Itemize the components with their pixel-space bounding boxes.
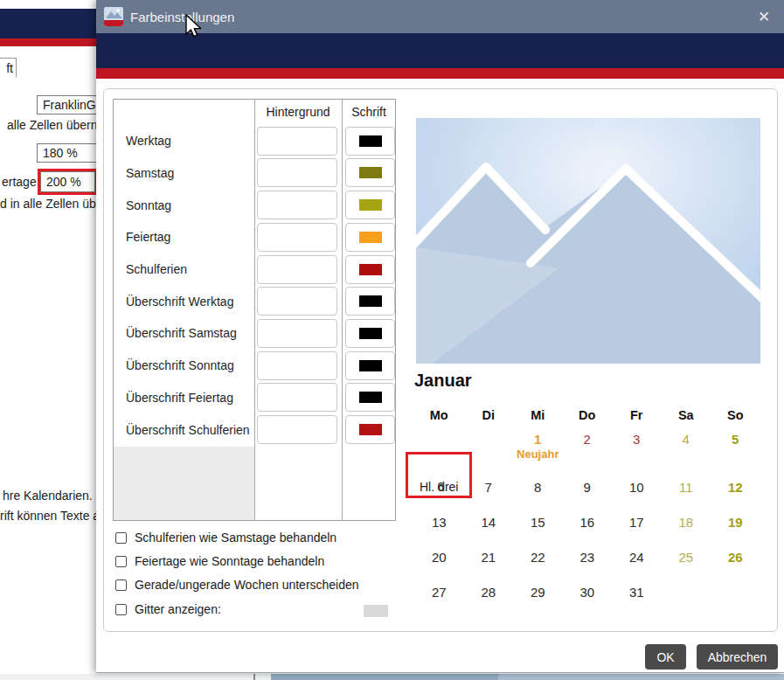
day-number: 5	[732, 432, 739, 447]
day-number: 15	[531, 515, 545, 530]
table-row: Sonntag	[114, 189, 395, 221]
calendar-day-cell: 9	[563, 469, 613, 504]
color-swatch	[359, 328, 382, 339]
tab-label: ft	[6, 61, 13, 75]
calendar-day-cell: 28	[464, 574, 514, 609]
calendar-day-cell: 2	[563, 429, 613, 469]
row-label: Überschrift Werktag	[126, 295, 233, 309]
day-number: 16	[579, 515, 594, 530]
background-color-button[interactable]	[257, 127, 337, 156]
font-color-button[interactable]	[345, 158, 395, 187]
calendar-week: 13 14 15 16 17 18 19	[414, 504, 764, 539]
screen: ft FranklinGo alle Zellen überno 180 % e…	[0, 0, 784, 680]
background-color-button[interactable]	[257, 158, 337, 187]
weekday-label: Sa	[662, 408, 711, 429]
checkbox-feiertage[interactable]	[115, 556, 127, 567]
color-swatch	[359, 392, 382, 403]
background-color-button[interactable]	[257, 255, 337, 284]
checkbox-wochen[interactable]	[115, 579, 127, 591]
cancel-button[interactable]: Abbrechen	[697, 644, 778, 670]
dialog-titlebar: Farbeinstellungen ✕	[96, 0, 784, 33]
background-color-button[interactable]	[257, 287, 337, 316]
app-icon-band	[104, 20, 123, 26]
row-label: Überschrift Sonntag	[126, 358, 234, 372]
calendar-day-cell: 11	[662, 469, 711, 504]
table-row: Werktag	[114, 125, 395, 157]
day-number: 24	[629, 550, 644, 565]
calendar-day-cell	[662, 574, 711, 609]
zoom-200-input[interactable]: 200 %	[40, 171, 95, 192]
font-color-button[interactable]	[345, 351, 395, 380]
background-color-button[interactable]	[257, 351, 337, 380]
ok-button[interactable]: OK	[645, 644, 686, 670]
day-number: 12	[728, 480, 743, 495]
table-row: Überschrift Feiertag	[114, 382, 395, 414]
background-color-button[interactable]	[257, 223, 337, 252]
checkbox-row-gitter: Gitter anzeigen:	[115, 600, 221, 618]
table-row: Samstag	[114, 157, 395, 190]
calendar-day-cell: 18	[662, 504, 711, 539]
calendar-day-cell: 3	[612, 429, 662, 469]
background-window-header-band	[0, 9, 96, 38]
checkbox-gitter[interactable]	[115, 604, 127, 615]
font-color-button[interactable]	[345, 319, 395, 348]
background-color-button[interactable]	[257, 319, 337, 348]
background-text-kalendarien: hre Kalendarien.	[3, 489, 93, 503]
background-color-button[interactable]	[257, 191, 337, 219]
checkbox-row-schulferien: Schulferien wie Samstage behandeln	[115, 529, 336, 546]
row-label: Überschrift Samstag	[126, 326, 237, 340]
background-color-button[interactable]	[257, 383, 337, 412]
day-number: 7	[485, 480, 492, 495]
font-color-button[interactable]	[345, 191, 395, 219]
day-number: 14	[481, 515, 496, 530]
calendar-day-cell: 19	[711, 504, 760, 539]
background-color-button[interactable]	[257, 415, 337, 444]
table-row: Überschrift Werktag	[114, 285, 395, 317]
font-color-button[interactable]	[345, 383, 395, 412]
close-button[interactable]: ✕	[751, 3, 777, 30]
calendar-day-cell: 8	[513, 469, 563, 504]
calendar-day-cell: 24	[612, 539, 662, 574]
calendar-day-cell: 30	[563, 574, 613, 609]
holiday-note: Neujahr	[517, 448, 559, 461]
calendar-preview: Mo Di Mi Do Fr Sa So 1 Neujahr 2	[414, 408, 764, 609]
tab-schrift-partial[interactable]: ft	[0, 58, 17, 78]
dialog-title: Farbeinstellungen	[130, 10, 234, 24]
day-number: 20	[432, 550, 447, 565]
checkbox-label: Schulferien wie Samstage behandeln	[135, 531, 336, 545]
gitter-color-swatch[interactable]	[364, 605, 388, 617]
checkbox-label: Feiertage wie Sonntage behandeln	[135, 554, 324, 568]
calendar-week: 27 28 29 30 31	[414, 574, 764, 609]
day-number: 13	[432, 515, 447, 530]
settings-panel: Hintergrund Schrift Werktag Samstag Sonn…	[103, 88, 778, 632]
day-number: 4	[683, 432, 690, 447]
background-preview-strip	[271, 674, 498, 680]
font-color-button[interactable]	[345, 287, 395, 316]
row-label: Samstag	[126, 166, 174, 180]
row-label: Sonntag	[126, 198, 171, 212]
calendar-day-cell: 13	[414, 504, 464, 539]
calendar-day-cell: 20	[414, 539, 464, 574]
weekday-label: Fr	[612, 408, 662, 429]
day-number: 1	[534, 432, 541, 447]
day-number: 21	[481, 550, 496, 565]
dialog-accent-stripe	[96, 68, 784, 79]
weekday-label: Di	[464, 408, 514, 429]
font-color-button[interactable]	[345, 127, 395, 156]
color-swatch	[359, 232, 382, 243]
calendar-day-cell: 25	[662, 539, 711, 574]
day-number: 26	[728, 550, 743, 565]
font-color-button[interactable]	[345, 255, 395, 284]
row-label: Feiertag	[126, 230, 170, 244]
farbeinstellungen-dialog: Farbeinstellungen ✕ Hintergrund Schrift …	[96, 0, 784, 673]
column-header-hintergrund: Hintergrund	[254, 105, 342, 121]
calendar-day-cell: 27	[414, 574, 464, 609]
table-row: Feiertag	[114, 221, 395, 253]
checkbox-schulferien[interactable]	[115, 532, 127, 544]
color-swatch	[359, 264, 382, 275]
font-color-button[interactable]	[345, 415, 395, 444]
font-color-button[interactable]	[345, 223, 395, 252]
calendar-day-cell	[711, 574, 760, 609]
calendar-day-cell: 17	[612, 504, 662, 539]
weekday-label: Mo	[414, 408, 464, 429]
